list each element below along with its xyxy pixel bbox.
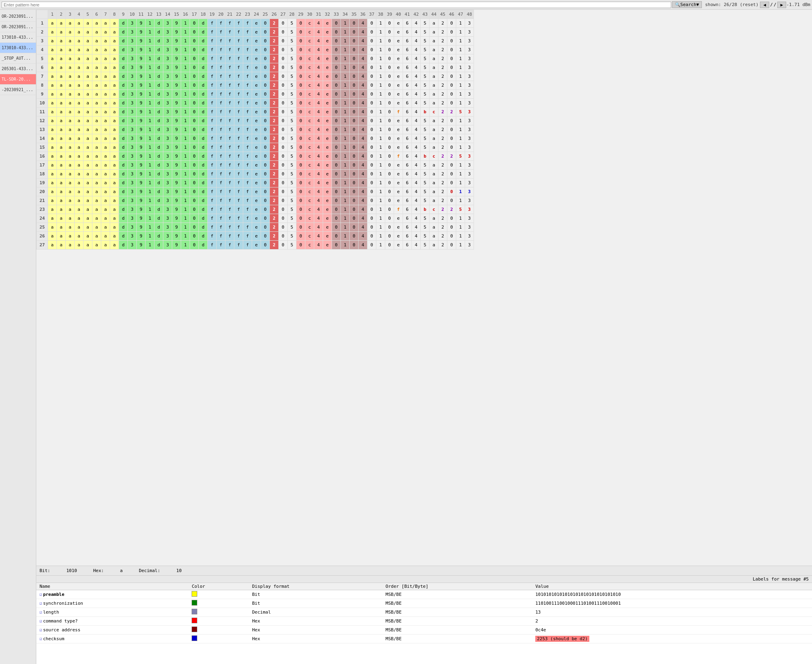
sidebar-item-3[interactable]: 173010-433... [0,43,36,53]
cell-r20-c13[interactable]: d [154,187,163,196]
cell-r16-c12[interactable]: 1 [146,152,154,161]
cell-r25-c25[interactable]: 0 [261,223,270,232]
cell-r13-c12[interactable]: 1 [146,125,154,134]
cell-r14-c26[interactable]: 2 [270,134,279,143]
cell-r17-c48[interactable]: 3 [465,161,474,170]
cell-r11-c37[interactable]: 0 [367,108,376,117]
cell-r13-c8[interactable]: a [110,125,119,134]
cell-r9-c47[interactable]: 1 [456,90,465,99]
cell-r16-c38[interactable]: 1 [376,152,385,161]
cell-r7-c25[interactable]: 0 [261,72,270,81]
cell-r20-c3[interactable]: a [66,187,75,196]
cell-r10-c9[interactable]: d [119,99,128,108]
cell-r26-c38[interactable]: 1 [376,232,385,241]
cell-r13-c38[interactable]: 1 [376,125,385,134]
cell-r21-c31[interactable]: 4 [314,196,323,205]
cell-r18-c23[interactable]: f [243,170,252,179]
cell-r3-c29[interactable]: 0 [296,37,305,46]
cell-r23-c11[interactable]: 9 [137,205,146,214]
cell-r27-c14[interactable]: 3 [163,241,172,250]
cell-r7-c15[interactable]: 9 [172,72,181,81]
cell-r14-c40[interactable]: e [394,134,403,143]
cell-r21-c44[interactable]: a [430,196,438,205]
cell-r16-c25[interactable]: 0 [261,152,270,161]
cell-r5-c1[interactable]: a [48,54,57,63]
cell-r15-c33[interactable]: 0 [332,143,341,152]
cell-r12-c46[interactable]: 0 [447,117,456,125]
cell-r15-c11[interactable]: 9 [137,143,146,152]
cell-r14-c22[interactable]: f [234,134,243,143]
cell-r12-c6[interactable]: a [92,117,101,125]
cell-r27-c36[interactable]: 4 [359,241,367,250]
cell-r10-c25[interactable]: 0 [261,99,270,108]
cell-r4-c20[interactable]: f [217,46,225,54]
cell-r19-c37[interactable]: 0 [367,179,376,187]
table-row[interactable]: 11aaaaaaaad391d3910dfffffe02050c4e010401… [37,108,474,117]
cell-r17-c39[interactable]: 0 [385,161,394,170]
cell-r5-c42[interactable]: 4 [412,54,421,63]
cell-r11-c5[interactable]: a [83,108,92,117]
cell-r1-c47[interactable]: 1 [456,19,465,28]
cell-r6-c46[interactable]: 0 [447,63,456,72]
cell-r6-c22[interactable]: f [234,63,243,72]
cell-r5-c34[interactable]: 1 [341,54,350,63]
cell-r15-c24[interactable]: e [252,143,261,152]
cell-r6-c38[interactable]: 1 [376,63,385,72]
cell-r13-c34[interactable]: 1 [341,125,350,134]
cell-r1-c14[interactable]: 3 [163,19,172,28]
cell-r21-c32[interactable]: e [323,196,332,205]
cell-r12-c18[interactable]: d [199,117,208,125]
cell-r27-c34[interactable]: 1 [341,241,350,250]
cell-r23-c2[interactable]: a [57,205,66,214]
cell-r11-c1[interactable]: a [48,108,57,117]
cell-r12-c11[interactable]: 9 [137,117,146,125]
cell-r5-c46[interactable]: 0 [447,54,456,63]
cell-r24-c47[interactable]: 1 [456,214,465,223]
cell-r6-c7[interactable]: a [101,63,110,72]
table-row[interactable]: 17aaaaaaaad391d3910dfffffe02050c4e010401… [37,161,474,170]
cell-r1-c18[interactable]: d [199,19,208,28]
cell-r10-c17[interactable]: 0 [190,99,199,108]
cell-r10-c5[interactable]: a [83,99,92,108]
cell-r5-c21[interactable]: f [225,54,234,63]
cell-r21-c22[interactable]: f [234,196,243,205]
cell-r9-c27[interactable]: 0 [279,90,288,99]
cell-r5-c27[interactable]: 0 [279,54,288,63]
cell-r18-c17[interactable]: 0 [190,170,199,179]
cell-r10-c27[interactable]: 0 [279,99,288,108]
cell-r19-c15[interactable]: 9 [172,179,181,187]
cell-r24-c5[interactable]: a [83,214,92,223]
cell-r11-c43[interactable]: b [421,108,430,117]
cell-r16-c45[interactable]: 2 [438,152,447,161]
cell-r19-c25[interactable]: 0 [261,179,270,187]
cell-r5-c3[interactable]: a [66,54,75,63]
cell-r7-c24[interactable]: e [252,72,261,81]
cell-r7-c1[interactable]: a [48,72,57,81]
cell-r17-c17[interactable]: 0 [190,161,199,170]
cell-r26-c8[interactable]: a [110,232,119,241]
cell-r1-c31[interactable]: 4 [314,19,323,28]
cell-r6-c5[interactable]: a [83,63,92,72]
cell-r10-c20[interactable]: f [217,99,225,108]
cell-r20-c42[interactable]: 4 [412,187,421,196]
cell-r27-c20[interactable]: f [217,241,225,250]
cell-r26-c41[interactable]: 6 [403,232,412,241]
cell-r20-c32[interactable]: e [323,187,332,196]
cell-r8-c39[interactable]: 0 [385,81,394,90]
cell-r5-c2[interactable]: a [57,54,66,63]
cell-r3-c11[interactable]: 9 [137,37,146,46]
cell-r6-c2[interactable]: a [57,63,66,72]
cell-r19-c3[interactable]: a [66,179,75,187]
cell-r9-c12[interactable]: 1 [146,90,154,99]
cell-r18-c12[interactable]: 1 [146,170,154,179]
cell-r3-c47[interactable]: 1 [456,37,465,46]
cell-r16-c1[interactable]: a [48,152,57,161]
table-row[interactable]: 24aaaaaaaad391d3910dfffffe02050c4e010401… [37,214,474,223]
cell-r7-c6[interactable]: a [92,72,101,81]
cell-r15-c14[interactable]: 3 [163,143,172,152]
cell-r17-c43[interactable]: 5 [421,161,430,170]
cell-r4-c17[interactable]: 0 [190,46,199,54]
cell-r6-c24[interactable]: e [252,63,261,72]
cell-r23-c18[interactable]: d [199,205,208,214]
cell-r10-c33[interactable]: 0 [332,99,341,108]
